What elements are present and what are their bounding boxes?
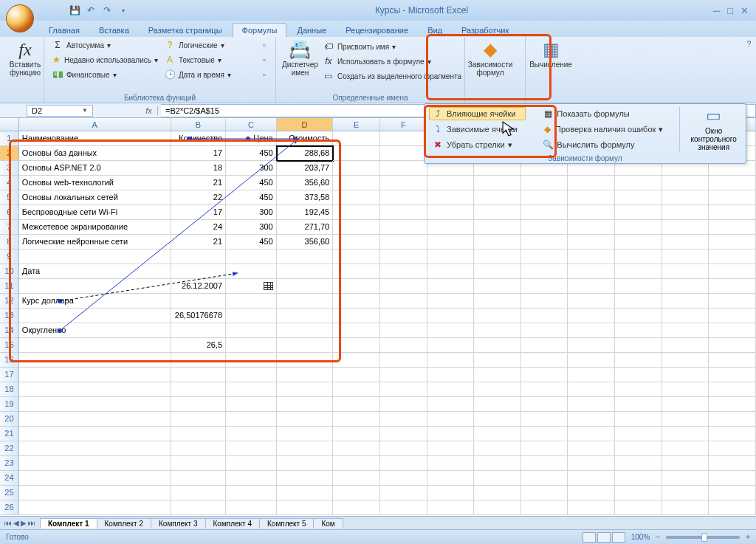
- cell[interactable]: [226, 279, 277, 294]
- cell[interactable]: [171, 486, 227, 500]
- cell[interactable]: [333, 412, 380, 427]
- cell[interactable]: [427, 264, 475, 279]
- cell[interactable]: [474, 309, 521, 323]
- cell[interactable]: Беспроводные сети Wi-Fi: [19, 205, 171, 220]
- cell[interactable]: [615, 353, 662, 368]
- sheet-tab-1[interactable]: Комплект 1: [40, 518, 97, 528]
- cell[interactable]: [333, 456, 380, 471]
- cell[interactable]: [662, 500, 709, 515]
- cell[interactable]: [521, 338, 568, 353]
- cell[interactable]: [474, 235, 521, 249]
- cell[interactable]: [662, 235, 709, 249]
- cell[interactable]: [427, 323, 475, 338]
- cell[interactable]: [277, 412, 334, 427]
- save-icon[interactable]: 💾: [68, 4, 81, 17]
- cell[interactable]: [568, 190, 615, 205]
- row-header[interactable]: 7: [0, 220, 19, 235]
- cell[interactable]: [171, 471, 227, 486]
- cell[interactable]: [521, 441, 568, 456]
- cell[interactable]: [615, 205, 662, 220]
- cell[interactable]: [380, 412, 427, 427]
- cell[interactable]: [709, 427, 756, 441]
- cell[interactable]: [171, 294, 227, 309]
- cell[interactable]: [474, 176, 521, 190]
- cell[interactable]: [427, 368, 475, 382]
- cell[interactable]: [521, 264, 568, 279]
- cell[interactable]: [521, 397, 568, 412]
- cell[interactable]: [568, 220, 615, 235]
- zoom-in-icon[interactable]: +: [746, 533, 750, 541]
- undo-icon[interactable]: ↶: [84, 4, 97, 17]
- tab-page-layout[interactable]: Разметка страницы: [140, 24, 231, 37]
- cell[interactable]: [171, 323, 227, 338]
- cell[interactable]: [615, 397, 662, 412]
- sheet-tab-2[interactable]: Комплект 2: [97, 518, 151, 528]
- name-box-dropdown-icon[interactable]: ▼: [82, 107, 88, 114]
- col-header-D[interactable]: D: [277, 118, 334, 131]
- cell[interactable]: [171, 397, 227, 412]
- cell[interactable]: [277, 368, 334, 382]
- cell[interactable]: [380, 235, 427, 249]
- cell[interactable]: [709, 441, 756, 456]
- row-header[interactable]: 13: [0, 309, 19, 323]
- cell[interactable]: [171, 249, 227, 264]
- cell[interactable]: [709, 249, 756, 264]
- cell[interactable]: [19, 397, 171, 412]
- cell[interactable]: [19, 441, 171, 456]
- cell[interactable]: [521, 382, 568, 397]
- row-header[interactable]: 4: [0, 176, 19, 190]
- row-header[interactable]: 12: [0, 294, 19, 309]
- cell[interactable]: [521, 220, 568, 235]
- recent-functions-button[interactable]: ★Недавно использовались ▾: [49, 53, 161, 66]
- cell[interactable]: [277, 500, 334, 515]
- view-page-layout-icon[interactable]: [597, 532, 611, 543]
- cell[interactable]: [380, 471, 427, 486]
- cell[interactable]: [615, 382, 662, 397]
- cell[interactable]: 24: [171, 220, 227, 235]
- cell[interactable]: 356,60: [277, 176, 334, 190]
- cell[interactable]: [521, 323, 568, 338]
- cell[interactable]: Количество: [171, 131, 227, 146]
- row-header[interactable]: 20: [0, 412, 19, 427]
- cell[interactable]: Логические нейронные сети: [19, 235, 171, 249]
- cell[interactable]: [521, 368, 568, 382]
- cell[interactable]: [568, 353, 615, 368]
- cell[interactable]: [427, 500, 475, 515]
- cell[interactable]: Межсетевое экранирование: [19, 220, 171, 235]
- cell[interactable]: [171, 456, 227, 471]
- cell[interactable]: 450: [226, 176, 277, 190]
- cell[interactable]: [474, 338, 521, 353]
- cell[interactable]: [474, 368, 521, 382]
- cell[interactable]: [568, 205, 615, 220]
- cell[interactable]: [333, 264, 380, 279]
- sheet-tab-4[interactable]: Комплект 4: [205, 518, 260, 528]
- cell[interactable]: Основы web-технологий: [19, 176, 171, 190]
- sheet-nav-prev-icon[interactable]: ◀: [13, 519, 19, 527]
- cell[interactable]: [568, 412, 615, 427]
- cell[interactable]: [333, 338, 380, 353]
- row-header[interactable]: 9: [0, 249, 19, 264]
- cell[interactable]: [474, 486, 521, 500]
- cell[interactable]: [380, 176, 427, 190]
- cell[interactable]: [226, 427, 277, 441]
- cell[interactable]: [615, 264, 662, 279]
- cell[interactable]: [568, 382, 615, 397]
- row-header[interactable]: 5: [0, 190, 19, 205]
- cell[interactable]: [333, 131, 380, 146]
- error-checking-button[interactable]: ◆Проверка наличия ошибок ▾: [539, 123, 666, 136]
- row-header[interactable]: 24: [0, 471, 19, 486]
- cell[interactable]: [662, 471, 709, 486]
- cell[interactable]: [277, 279, 334, 294]
- cell[interactable]: [568, 338, 615, 353]
- qat-customize-icon[interactable]: ▾: [117, 4, 130, 17]
- name-box[interactable]: D2 ▼: [27, 105, 93, 117]
- cell[interactable]: [709, 235, 756, 249]
- cell[interactable]: [380, 161, 427, 176]
- formula-auditing-button[interactable]: ◆ Зависимости формул: [470, 38, 511, 87]
- cell[interactable]: [226, 323, 277, 338]
- col-header-E[interactable]: E: [333, 118, 380, 131]
- cell[interactable]: [662, 176, 709, 190]
- cell[interactable]: [427, 205, 475, 220]
- cell[interactable]: [333, 309, 380, 323]
- cell[interactable]: [662, 190, 709, 205]
